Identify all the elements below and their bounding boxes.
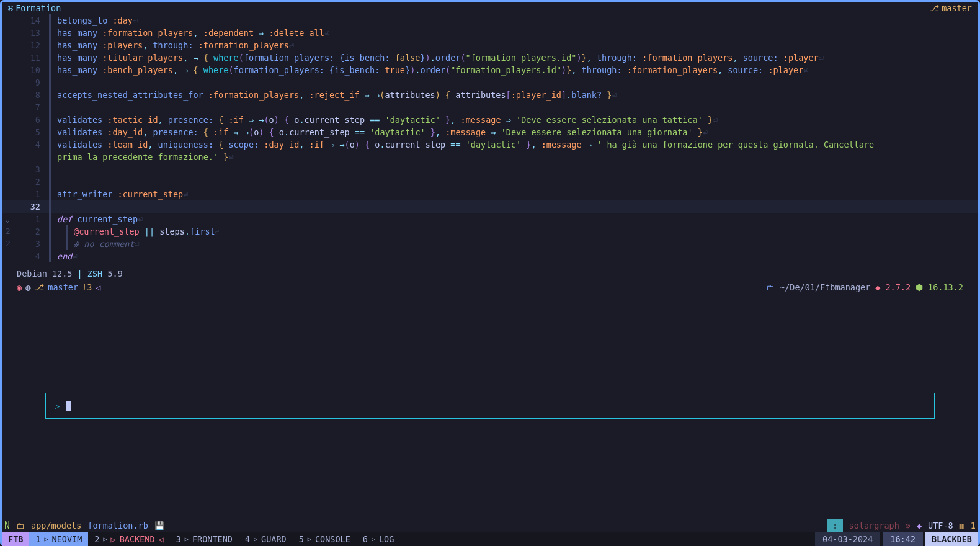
line-number: 8 xyxy=(13,89,49,101)
terminal-input[interactable]: ▷ xyxy=(45,393,935,419)
percent: 1 xyxy=(971,519,976,532)
code-line[interactable]: validates :team_id, uniqueness: { scope:… xyxy=(57,138,978,151)
file-name: formation.rb xyxy=(87,519,148,532)
line-number: 4 xyxy=(13,138,49,151)
line-number: 4 xyxy=(13,250,49,262)
tmux-tab-frontend[interactable]: 3 ▷ FRONTEND xyxy=(170,532,239,546)
tmux-tab-console[interactable]: 5 ▷ CONSOLE xyxy=(293,532,357,546)
line-number: 11 xyxy=(13,51,49,64)
branch-icon: ⎇ xyxy=(34,281,44,293)
line-number: 10 xyxy=(13,64,49,76)
code-line[interactable]: has_many :formation_players, :dependent … xyxy=(57,27,978,39)
neovim-icon: N xyxy=(4,519,10,532)
encoding-icon: ◆ xyxy=(917,519,922,532)
terminal-info: Debian 12.5 | ZSH 5.9 xyxy=(17,267,963,280)
branch-icon: ⎇ xyxy=(929,2,939,14)
class-name: Formation xyxy=(16,2,61,14)
session-name[interactable]: FTB xyxy=(2,532,29,546)
status-host: BLACKDEB xyxy=(925,532,978,546)
sign-column: 2 xyxy=(4,238,12,250)
tmux-tabs: FTB 1 ▷ NEOVIM2 ▷ ▷BACKEND◁3 ▷ FRONTEND4… xyxy=(2,532,400,546)
tmux-bar: FTB 1 ▷ NEOVIM2 ▷ ▷BACKEND◁3 ▷ FRONTEND4… xyxy=(2,532,978,546)
prompt-icon: ▷ xyxy=(55,400,60,412)
triangle-icon: ◁ xyxy=(96,281,100,293)
status-date: 04-03-2024 xyxy=(815,532,880,546)
fold-icon[interactable]: ⌄ xyxy=(2,213,13,225)
node-icon: ⬢ xyxy=(915,281,923,293)
code-line[interactable]: attr_writer :current_step⏎ xyxy=(57,188,978,200)
modified-icon: 💾 xyxy=(154,519,165,532)
cursor-line-number: 32 xyxy=(13,200,49,213)
class-icon: ⌘ xyxy=(8,2,13,14)
encoding: UTF-8 xyxy=(928,519,953,532)
folder-icon: 🗀 xyxy=(766,281,775,293)
terminal-pane[interactable]: Debian 12.5 | ZSH 5.9 ◉ ◍ ⎇ master !3 ◁ … xyxy=(2,267,978,293)
mode-indicator: : xyxy=(827,519,842,532)
percent-icon: ▥ xyxy=(960,519,964,532)
winbar: ⌘ Formation ⎇ master xyxy=(2,2,978,14)
line-number: 2 xyxy=(13,225,49,238)
line-number: 6 xyxy=(13,114,49,126)
status-time: 16:42 xyxy=(883,532,923,546)
code-line[interactable]: validates :tactic_id, presence: { :if ⇒ … xyxy=(57,114,978,126)
tmux-tab-neovim[interactable]: 1 ▷ NEOVIM xyxy=(29,532,88,546)
lsp-name: solargraph xyxy=(849,519,899,532)
line-number: 3 xyxy=(13,163,49,176)
code-line[interactable]: prima la precedente formazione.' }⏎ xyxy=(57,151,978,163)
folder-icon: 🗀 xyxy=(16,519,25,532)
tmux-tab-log[interactable]: 6 ▷ LOG xyxy=(357,532,401,546)
code-line[interactable]: has_many :players, through: :formation_p… xyxy=(57,39,978,51)
line-number: 12 xyxy=(13,39,49,51)
line-number: 14 xyxy=(13,14,49,27)
line-number: 3 xyxy=(13,238,49,250)
code-line[interactable]: accepts_nested_attributes_for :formation… xyxy=(57,89,978,101)
tmux-tab-guard[interactable]: 4 ▷ GUARD xyxy=(239,532,293,546)
code-line[interactable]: def current_step⏎ xyxy=(57,213,978,225)
lsp-error-icon: ⊘ xyxy=(906,519,911,532)
line-number: 7 xyxy=(13,101,49,114)
terminal-cursor xyxy=(66,401,71,411)
code-line[interactable]: belongs_to :day⏎ xyxy=(57,14,978,27)
branch-name: master xyxy=(942,2,972,14)
prompt-right: 🗀 ~/De/01/Ftbmanager ◆ 2.7.2 ⬢ 16.13.2 xyxy=(766,281,963,293)
ruby-icon: ◆ xyxy=(875,281,880,293)
editor[interactable]: 14belongs_to :day⏎ 13has_many :formation… xyxy=(2,14,978,262)
code-line[interactable]: end⏎ xyxy=(57,250,978,262)
statusline: N 🗀 app/models formation.rb 💾 : solargra… xyxy=(2,519,978,532)
debian-icon: ◉ xyxy=(17,281,22,293)
code-line[interactable]: has_many :titular_players, → { where(for… xyxy=(57,51,978,64)
code-line[interactable]: validates :day_id, presence: { :if ⇒ →(o… xyxy=(57,126,978,138)
sign-column: 2 xyxy=(4,225,12,238)
code-line[interactable]: # no comment⏎ xyxy=(74,238,978,250)
github-icon: ◍ xyxy=(25,281,30,293)
line-number: 13 xyxy=(13,27,49,39)
line-number: 2 xyxy=(13,176,49,188)
winbar-left: ⌘ Formation xyxy=(8,2,61,14)
file-dir: app/models xyxy=(31,519,81,532)
code-line[interactable]: @current_step || steps.first⏎ xyxy=(74,225,978,238)
winbar-right: ⎇ master xyxy=(929,2,972,14)
tmux-tab-backend[interactable]: 2 ▷ ▷BACKEND◁ xyxy=(88,532,169,546)
line-number: 9 xyxy=(13,76,49,89)
prompt-left: ◉ ◍ ⎇ master !3 ◁ xyxy=(17,281,100,293)
line-number: 1 xyxy=(13,213,49,225)
line-number: 1 xyxy=(13,188,49,200)
line-number: 5 xyxy=(13,126,49,138)
code-line[interactable]: has_many :bench_players, → { where(forma… xyxy=(57,64,978,76)
